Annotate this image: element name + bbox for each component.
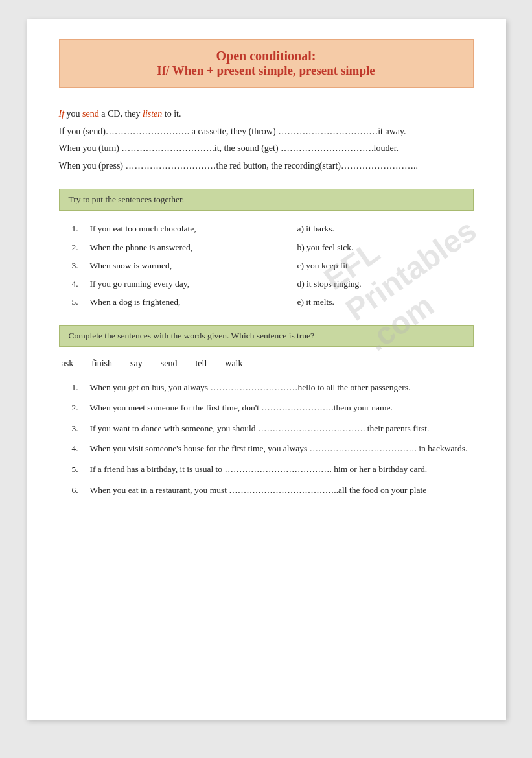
example-section: If you send a CD, they listen to it. If … <box>59 106 474 174</box>
example-line-3: When you (turn) ………………………….it, the sound… <box>59 140 474 158</box>
word-say: say <box>130 359 143 369</box>
matching-section: 1. If you eat too much chocolate, a) it … <box>59 222 474 309</box>
item-content: When you meet someone for the first time… <box>90 401 474 415</box>
item-num: 5. <box>72 462 90 477</box>
word-bank: ask finish say send tell walk <box>59 359 474 369</box>
word-finish: finish <box>91 359 112 369</box>
list-item: 5. When a dog is frightened, e) it melts… <box>72 296 474 309</box>
example-line-4: When you (press) …………………………the red butto… <box>59 158 474 175</box>
item-left: If you eat too much chocolate, <box>90 222 297 235</box>
item-left: When the phone is answered, <box>90 241 297 254</box>
section1-instruction: Try to put the sentences together. <box>59 189 474 211</box>
item-right: e) it melts. <box>297 296 334 309</box>
item-num: 6. <box>72 483 90 497</box>
list-item: 3. When snow is warmed, c) you keep fit. <box>72 259 474 272</box>
word-ask: ask <box>62 359 74 369</box>
sub-title: If/ When + present simple, present simpl… <box>73 64 460 78</box>
if-word: If <box>59 109 65 119</box>
list-item: 1. When you get on bus, you always ……………… <box>72 381 474 395</box>
intro-line-1: If you send a CD, they listen to it. <box>59 106 474 123</box>
intro-text-3: to it. <box>162 109 181 119</box>
item-num: 4. <box>72 278 90 290</box>
item-right: d) it stops ringing. <box>297 278 362 290</box>
item-num: 1. <box>72 222 90 235</box>
list-item: 6. When you eat in a restaurant, you mus… <box>72 483 474 497</box>
item-num: 4. <box>72 442 90 456</box>
word-tell: tell <box>195 359 207 369</box>
word-walk: walk <box>225 359 242 369</box>
main-title: Open conditional: <box>73 49 460 64</box>
item-num: 2. <box>72 241 90 254</box>
item-right: b) you feel sick. <box>297 241 354 254</box>
item-num: 1. <box>72 381 90 395</box>
item-left: When a dog is frightened, <box>90 296 297 309</box>
sentences-list: 1. When you get on bus, you always ……………… <box>59 381 474 497</box>
item-content: When you visit someone's house for the f… <box>90 442 474 456</box>
item-num: 2. <box>72 401 90 415</box>
item-num: 3. <box>72 421 90 436</box>
listen-word: listen <box>143 109 162 119</box>
section2-instruction: Complete the sentences with the words gi… <box>59 325 474 347</box>
matching-list: 1. If you eat too much chocolate, a) it … <box>59 222 474 309</box>
title-box: Open conditional: If/ When + present sim… <box>59 39 474 88</box>
item-num: 5. <box>72 296 90 309</box>
item-content: When you eat in a restaurant, you must …… <box>90 483 474 497</box>
item-num: 3. <box>72 259 90 272</box>
main-page: Open conditional: If/ When + present sim… <box>27 19 506 720</box>
item-left: If you go running every day, <box>90 278 297 290</box>
send-word: send <box>82 109 99 119</box>
sentences-section: 1. When you get on bus, you always ……………… <box>59 381 474 497</box>
item-content: When you get on bus, you always ……………………… <box>90 381 474 395</box>
list-item: 4. When you visit someone's house for th… <box>72 442 474 456</box>
example-line-2: If you (send)………………………. a cassette, they… <box>59 123 474 141</box>
word-send: send <box>161 359 178 369</box>
intro-text-1: you <box>64 109 82 119</box>
item-content: If a friend has a birthday, it is usual … <box>90 462 474 477</box>
list-item: 2. When the phone is answered, b) you fe… <box>72 241 474 254</box>
list-item: 4. If you go running every day, d) it st… <box>72 278 474 290</box>
list-item: 5. If a friend has a birthday, it is usu… <box>72 462 474 477</box>
item-right: a) it barks. <box>297 222 334 235</box>
item-content: If you want to dance with someone, you s… <box>90 421 474 436</box>
list-item: 2. When you meet someone for the first t… <box>72 401 474 415</box>
item-left: When snow is warmed, <box>90 259 297 272</box>
intro-text-2: a CD, they <box>99 109 143 119</box>
list-item: 3. If you want to dance with someone, yo… <box>72 421 474 436</box>
list-item: 1. If you eat too much chocolate, a) it … <box>72 222 474 235</box>
item-right: c) you keep fit. <box>297 259 351 272</box>
